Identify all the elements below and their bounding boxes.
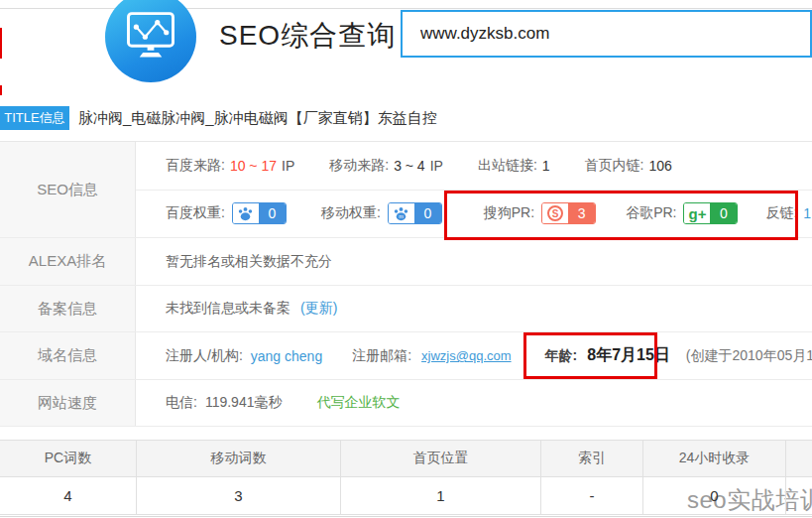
outlink-value: 1 bbox=[542, 158, 550, 174]
traffic-row: 百度来路: 10 ~ 17 IP 移动来路: 3 ~ 4 IP 出站链接: 1 … bbox=[136, 142, 812, 191]
ad-link[interactable]: 代写企业软文 bbox=[316, 394, 400, 412]
column-header-home-position: 首页位置 bbox=[340, 440, 540, 477]
telecom-speed-value: 119.941毫秒 bbox=[205, 394, 283, 412]
mobile-weight-badge: m 0 bbox=[388, 202, 442, 224]
mobile-weight-value: 0 bbox=[414, 203, 441, 223]
bottom-divider bbox=[0, 516, 812, 517]
collect-24h-value: 0 bbox=[642, 477, 785, 515]
icp-row: 备案信息 未找到信息或未备案 (更新) bbox=[0, 286, 812, 332]
mobile-traffic-value: 3 ~ 4 bbox=[394, 158, 425, 174]
domain-created-text: (创建于2010年05月16日 bbox=[686, 347, 812, 365]
baidu-traffic-label: 百度来路: bbox=[166, 157, 225, 175]
column-header-24h-collect: 24小时收录 bbox=[642, 440, 785, 477]
baidu-paw-icon bbox=[233, 203, 259, 223]
svg-text:m: m bbox=[399, 213, 404, 219]
icp-update-link[interactable]: (更新) bbox=[300, 300, 337, 318]
column-header-index: 索引 bbox=[540, 440, 642, 477]
mobile-words-value: 3 bbox=[136, 477, 340, 515]
domain-row: 域名信息 注册人/机构: yang cheng 注册邮箱: xjwzjs@qq.… bbox=[0, 332, 812, 380]
backlink-value-link[interactable]: 1 bbox=[803, 205, 811, 221]
row-label-seo: SEO信息 bbox=[0, 142, 136, 237]
column-header-mobile-words: 移动词数 bbox=[136, 440, 340, 477]
pr-highlight-annotation bbox=[444, 191, 798, 240]
page-title: SEO综合查询 bbox=[219, 17, 396, 55]
alexa-row: ALEXA排名 暂无排名或相关数据不充分 bbox=[0, 238, 812, 286]
registrant-label: 注册人/机构: bbox=[166, 347, 243, 365]
pc-words-value: 4 bbox=[0, 477, 136, 515]
seo-query-page: SEO综合查询 TITLE信息 脉冲阀_电磁脉冲阀_脉冲电磁阀【厂家直销】东益自… bbox=[0, 0, 812, 518]
baidu-traffic-unit: IP bbox=[282, 158, 294, 174]
app-logo bbox=[105, 0, 196, 82]
registrant-link[interactable]: yang cheng bbox=[251, 348, 322, 364]
mobile-weight-label: 移动权重: bbox=[321, 204, 381, 222]
baidu-paw-m-icon: m bbox=[389, 203, 414, 223]
row-label-domain: 域名信息 bbox=[0, 332, 136, 379]
row-label-icp: 备案信息 bbox=[0, 286, 136, 331]
baidu-weight-badge: 0 bbox=[232, 202, 287, 224]
column-header-pc-words: PC词数 bbox=[0, 440, 136, 477]
inlink-value: 106 bbox=[648, 158, 671, 174]
domain-search-input[interactable] bbox=[401, 10, 812, 58]
mobile-traffic-label: 移动来路: bbox=[329, 157, 389, 175]
column-header-clipped bbox=[785, 440, 812, 477]
monitor-line-chart-icon bbox=[124, 10, 177, 64]
seo-info-table: SEO信息 百度来路: 10 ~ 17 IP 移动来路: 3 ~ 4 IP 出站… bbox=[0, 141, 812, 427]
mobile-traffic-unit: IP bbox=[430, 158, 443, 174]
alexa-content: 暂无排名或相关数据不充分 bbox=[166, 253, 332, 271]
row-label-speed: 网站速度 bbox=[0, 380, 136, 426]
clipped-cell bbox=[785, 477, 812, 515]
icp-content: 未找到信息或未备案 bbox=[166, 300, 290, 318]
index-value: - bbox=[540, 477, 642, 515]
clipped-annotation-mark bbox=[0, 28, 2, 59]
site-title-text: 脉冲阀_电磁脉冲阀_脉冲电磁阀【厂家直销】东益自控 bbox=[78, 106, 437, 130]
baidu-traffic-value: 10 ~ 17 bbox=[230, 158, 277, 174]
registrant-email-link[interactable]: xjwzjs@qq.com bbox=[421, 348, 512, 363]
keyword-stats-table: PC词数 移动词数 首页位置 索引 24小时收录 4 3 1 - 0 bbox=[0, 440, 812, 515]
title-info-badge: TITLE信息 bbox=[0, 106, 69, 130]
speed-row: 网站速度 电信: 119.941毫秒 代写企业软文 bbox=[0, 380, 812, 427]
telecom-speed-label: 电信: bbox=[166, 394, 197, 412]
row-label-alexa: ALEXA排名 bbox=[0, 238, 136, 285]
inlink-label: 首页内链: bbox=[585, 157, 644, 175]
baidu-weight-value: 0 bbox=[259, 203, 286, 223]
outlink-label: 出站链接: bbox=[478, 157, 537, 175]
email-label: 注册邮箱: bbox=[352, 347, 411, 365]
baidu-weight-label: 百度权重: bbox=[166, 204, 225, 222]
domain-age-highlight-annotation bbox=[523, 332, 657, 379]
clipped-annotation-mark bbox=[0, 85, 2, 95]
home-position-value: 1 bbox=[340, 477, 540, 515]
